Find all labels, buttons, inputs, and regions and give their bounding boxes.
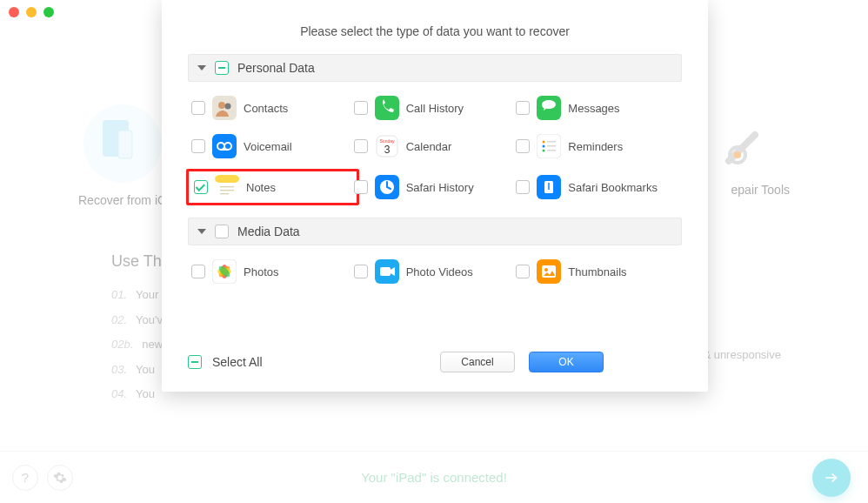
- bg-recover-card: Recover from iC: [78, 104, 166, 207]
- arrow-right-icon: [823, 469, 840, 486]
- chevron-down-icon: [197, 65, 206, 70]
- bg-repair-card: epair Tools: [731, 104, 790, 207]
- footer: ? Your "iPad" is connected!: [0, 451, 868, 503]
- svg-rect-24: [220, 186, 234, 187]
- thumbnails-icon: [537, 259, 561, 284]
- datatype-checkbox[interactable]: [516, 265, 530, 278]
- section-header[interactable]: Personal Data: [188, 54, 682, 82]
- datatype-checkbox[interactable]: [194, 180, 208, 194]
- datatype-voicemail[interactable]: Voicemail: [191, 134, 354, 158]
- settings-button[interactable]: [47, 465, 73, 491]
- svg-rect-7: [375, 96, 399, 120]
- select-all-row[interactable]: Select All: [188, 355, 263, 369]
- datatype-label: Reminders: [568, 140, 623, 153]
- svg-rect-20: [547, 145, 556, 147]
- section-checkbox[interactable]: [215, 225, 229, 238]
- datatype-photos[interactable]: Photos: [191, 259, 354, 284]
- voicemail-icon: [212, 134, 237, 158]
- datatype-messages[interactable]: Messages: [516, 96, 678, 120]
- datatype-label: Photo Videos: [406, 265, 473, 278]
- svg-rect-21: [547, 150, 556, 151]
- safari-bookmarks-icon: [537, 175, 561, 199]
- safari-history-icon: [375, 175, 399, 199]
- ok-button[interactable]: OK: [529, 352, 604, 372]
- datatype-checkbox[interactable]: [354, 180, 368, 194]
- datatype-label: Contacts: [244, 102, 288, 115]
- bg-card-label: epair Tools: [731, 183, 790, 197]
- svg-rect-26: [220, 193, 229, 194]
- datatype-checkbox[interactable]: [354, 265, 368, 278]
- datatype-label: Photos: [244, 265, 278, 278]
- data-type-modal: Please select the type of data you want …: [162, 0, 708, 392]
- svg-point-3: [734, 151, 741, 158]
- svg-point-5: [218, 102, 225, 109]
- datatype-notes[interactable]: Notes: [186, 169, 359, 205]
- select-all-label: Select All: [212, 355, 263, 369]
- datatype-reminders[interactable]: Reminders: [516, 134, 678, 158]
- notes-icon: [215, 175, 239, 199]
- svg-point-41: [544, 268, 548, 272]
- photos-icon: [212, 259, 237, 284]
- section-label: Personal Data: [237, 61, 315, 75]
- datatype-checkbox[interactable]: [191, 139, 205, 153]
- datatype-calendar[interactable]: Sunday3 Calendar: [354, 134, 517, 158]
- gear-icon: [53, 471, 67, 485]
- svg-point-16: [543, 141, 545, 144]
- datatype-photovideos[interactable]: Photo Videos: [354, 259, 517, 284]
- datatype-checkbox[interactable]: [354, 139, 368, 153]
- next-button[interactable]: [812, 459, 851, 497]
- datatype-safarihistory[interactable]: Safari History: [354, 172, 517, 202]
- datatype-checkbox[interactable]: [191, 265, 205, 278]
- select-all-checkbox[interactable]: [188, 355, 202, 369]
- modal-body: Personal Data Contacts Call History Mess…: [162, 54, 708, 343]
- modal-title: Please select the type of data you want …: [162, 0, 708, 54]
- svg-point-6: [225, 104, 231, 110]
- wrench-gear-icon: [720, 113, 781, 177]
- svg-text:3: 3: [384, 144, 390, 156]
- datatype-label: Call History: [406, 102, 464, 115]
- messages-icon: [537, 96, 561, 120]
- datatype-checkbox[interactable]: [516, 180, 530, 194]
- device-illustration-icon: [83, 104, 162, 183]
- svg-point-18: [543, 150, 545, 152]
- datatype-callhistory[interactable]: Call History: [354, 96, 517, 120]
- contacts-icon: [212, 96, 237, 120]
- datatype-label: Calendar: [406, 140, 452, 153]
- datatype-label: Safari Bookmarks: [568, 181, 658, 194]
- photo-videos-icon: [375, 259, 399, 284]
- datatype-checkbox[interactable]: [516, 139, 530, 153]
- calendar-icon: Sunday3: [375, 134, 399, 158]
- datatype-checkbox[interactable]: [191, 101, 205, 115]
- help-button[interactable]: ?: [12, 465, 38, 491]
- section-label: Media Data: [237, 225, 300, 238]
- svg-point-17: [543, 145, 545, 148]
- bg-card-label: Recover from iC: [78, 193, 166, 207]
- chevron-down-icon: [197, 229, 206, 234]
- datatype-safaribookmarks[interactable]: Safari Bookmarks: [516, 172, 678, 202]
- datatype-contacts[interactable]: Contacts: [191, 96, 354, 120]
- datatype-label: Thumbnails: [568, 265, 626, 278]
- svg-rect-23: [215, 175, 239, 183]
- section-header[interactable]: Media Data: [188, 218, 682, 245]
- datatype-label: Messages: [568, 102, 619, 115]
- svg-rect-38: [380, 267, 391, 276]
- svg-rect-19: [547, 141, 556, 143]
- reminders-icon: [537, 134, 561, 158]
- datatype-label: Notes: [246, 181, 276, 194]
- datatype-thumbnails[interactable]: Thumbnails: [516, 259, 678, 284]
- datatype-checkbox[interactable]: [516, 101, 530, 115]
- datatype-label: Safari History: [406, 181, 474, 194]
- svg-rect-25: [220, 190, 234, 191]
- cancel-button[interactable]: Cancel: [440, 352, 515, 372]
- datatype-label: Voicemail: [244, 140, 292, 153]
- section-checkbox[interactable]: [215, 61, 229, 75]
- section-grid: Photos Photo Videos Thumbnails: [188, 245, 682, 299]
- section-grid: Contacts Call History Messages Voicemail…: [188, 82, 682, 218]
- svg-rect-1: [118, 131, 132, 158]
- footer-status: Your "iPad" is connected!: [361, 470, 507, 485]
- phone-icon: [375, 96, 399, 120]
- datatype-checkbox[interactable]: [354, 101, 368, 115]
